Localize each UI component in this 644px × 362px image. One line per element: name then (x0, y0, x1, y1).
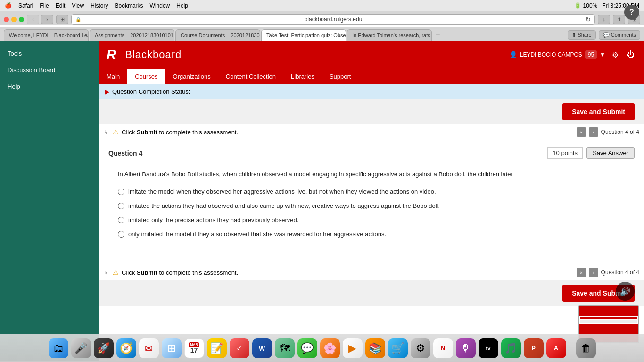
user-icon: 👤 (509, 51, 517, 58)
tab-course-docs[interactable]: Course Documents – 20201218301... ✕ (175, 29, 260, 41)
dock-podcasts[interactable]: 🎙 (456, 338, 476, 358)
download-button[interactable]: ↓ (598, 15, 610, 24)
save-answer-button[interactable]: Save Answer (586, 147, 635, 159)
dock-books[interactable]: 📚 (365, 338, 385, 358)
completion-status-bar: ▶ Question Completion Status: (99, 84, 644, 99)
tab-assignments[interactable]: Assignments – 202012183010101 ✕ (90, 29, 174, 41)
bookmarks-menu[interactable]: Bookmarks (115, 2, 143, 9)
nav-courses[interactable]: Courses (127, 69, 165, 84)
dock-slides[interactable]: ▶ (343, 338, 363, 358)
indent-arrow-icon-bottom: ↳ (104, 270, 108, 276)
address-bar[interactable]: 🔒 blackboard.rutgers.edu ↻ (71, 14, 595, 25)
pager-first-top[interactable]: « (577, 127, 586, 137)
dock-separator (571, 341, 571, 355)
settings-icon-btn[interactable]: ⚙ (610, 49, 620, 61)
answer-option-3: imitated only the precise actions they h… (118, 213, 630, 227)
minimize-window-btn[interactable] (11, 17, 17, 22)
apple-menu[interactable]: 🍎 (5, 2, 12, 9)
answer-radio-1[interactable] (118, 189, 124, 195)
answer-radio-2[interactable] (118, 203, 124, 209)
tab-view-button[interactable]: ⊞ (56, 15, 68, 24)
sidebar-item-help[interactable]: Help (0, 78, 99, 95)
dock-word[interactable]: W (252, 338, 272, 358)
dropdown-icon[interactable]: ▼ (600, 51, 605, 58)
reload-button[interactable]: ↻ (586, 16, 591, 23)
dock-powerpoint[interactable]: P (524, 338, 544, 358)
nav-organizations[interactable]: Organizations (165, 69, 218, 84)
dock-acrobat[interactable]: A (546, 338, 566, 358)
dock-notes[interactable]: 📝 (207, 338, 227, 358)
edit-menu[interactable]: Edit (56, 2, 66, 9)
scroll-area[interactable]: Save and Submit ↳ ⚠ Click Submit to comp… (99, 99, 644, 361)
answer-option-4: only imitated the model if they also obs… (118, 227, 630, 241)
dock-appstore[interactable]: 🛒 (388, 338, 408, 358)
file-menu[interactable]: File (40, 2, 49, 9)
history-menu[interactable]: History (91, 2, 108, 9)
answer-radio-3[interactable] (118, 217, 124, 223)
warning-icon-top: ⚠ (113, 128, 119, 136)
share-tab-button[interactable]: ⬆ Share (568, 30, 595, 40)
maximize-window-btn[interactable] (19, 17, 24, 22)
answer-options: imitate the model when they observed her… (108, 185, 635, 247)
answer-radio-4[interactable] (118, 231, 124, 238)
warning-text-top: Click Submit to complete this assessment… (122, 129, 238, 136)
dock-siri[interactable]: 🎤 (71, 338, 91, 358)
sidebar-item-discussion[interactable]: Discussion Board (0, 62, 99, 78)
answer-text-3: imitated only the precise actions they h… (128, 216, 298, 224)
dock-maps[interactable]: 🗺 (275, 338, 295, 358)
dock-photos[interactable]: 🌸 (320, 338, 340, 358)
window-menu[interactable]: Window (150, 2, 170, 9)
dock-settings[interactable]: ⚙ (411, 338, 430, 358)
traffic-lights[interactable] (4, 17, 24, 22)
sidebar-item-tools[interactable]: Tools (0, 45, 99, 62)
dock-launchpad[interactable]: 🚀 (94, 338, 114, 358)
pager-prev-top[interactable]: ‹ (589, 127, 598, 137)
back-button[interactable]: ‹ (27, 15, 39, 24)
dock-column[interactable]: ⊞ (162, 338, 182, 358)
pager-prev-bottom[interactable]: ‹ (589, 268, 598, 277)
comments-button[interactable]: 💬 Comments (599, 30, 640, 40)
dock: 🗂 🎤 🚀 🧭 ✉ ⊞ MAR 17 📝 ✓ W 🗺 💬 🌸 ▶ 📚 🛒 ⚙ N… (0, 334, 644, 362)
bb-header: R Blackboard 👤 LEYDI BOCIO CAMPOS 95 ▼ ⚙… (99, 41, 644, 69)
nav-main[interactable]: Main (99, 69, 127, 84)
add-tab-button[interactable]: + (433, 29, 443, 40)
question-points-area: 10 points Save Answer (547, 147, 635, 159)
user-info: 👤 LEYDI BOCIO CAMPOS 95 ▼ (509, 50, 605, 59)
dock-appletv[interactable]: tv (479, 338, 498, 358)
tab-tolman[interactable]: In Edward Tolman's research, rats w... ✕ (347, 29, 432, 41)
forward-button[interactable]: › (41, 15, 53, 24)
question-counter-top: Question 4 of 4 (601, 129, 639, 135)
warning-icon-bottom: ⚠ (113, 269, 119, 276)
nav-content-collection[interactable]: Content Collection (218, 69, 283, 84)
top-warning-row: ↳ ⚠ Click Submit to complete this assess… (99, 124, 644, 140)
tab-assignments-label: Assignments – 202012183010101 (95, 33, 173, 38)
battery-indicator: 🔋 100% (574, 2, 597, 9)
nav-libraries[interactable]: Libraries (283, 69, 322, 84)
save-submit-top-button[interactable]: Save and Submit (562, 103, 635, 120)
dock-finder[interactable]: 🗂 (49, 338, 68, 358)
safari-menu[interactable]: Safari (18, 2, 33, 9)
nav-support[interactable]: Support (322, 69, 359, 84)
user-name: LEYDI BOCIO CAMPOS (520, 51, 582, 58)
page-content: R Blackboard 👤 LEYDI BOCIO CAMPOS 95 ▼ ⚙… (99, 41, 644, 361)
question-counter-bottom: Question 4 of 4 (601, 269, 639, 276)
dock-trash[interactable]: 🗑 (576, 338, 596, 358)
dock-spotify[interactable]: 🎵 (501, 338, 521, 358)
close-window-btn[interactable] (4, 17, 9, 22)
share-button[interactable]: ⬆ (613, 15, 625, 24)
tab-take-test[interactable]: Take Test: Participation quiz: Obser... … (261, 29, 346, 41)
user-score: 95 (585, 50, 597, 59)
dock-news[interactable]: N (433, 338, 453, 358)
dock-calendar[interactable]: MAR 17 (184, 338, 204, 358)
dock-mail2[interactable]: ✉ (139, 338, 159, 358)
pager-first-bottom[interactable]: « (577, 268, 586, 277)
power-icon-btn[interactable]: ⏻ (625, 49, 636, 61)
completion-label: Question Completion Status: (112, 88, 190, 95)
tab-welcome[interactable]: Welcome, LEYDI – Blackboard Learn ✕ (4, 29, 89, 41)
dock-messages[interactable]: 💬 (297, 338, 317, 358)
dock-reminders[interactable]: ✓ (230, 338, 249, 358)
url-text: blackboard.rutgers.edu (83, 16, 584, 23)
help-menu[interactable]: Help (176, 2, 188, 9)
view-menu[interactable]: View (72, 2, 84, 9)
dock-safari[interactable]: 🧭 (116, 338, 136, 358)
